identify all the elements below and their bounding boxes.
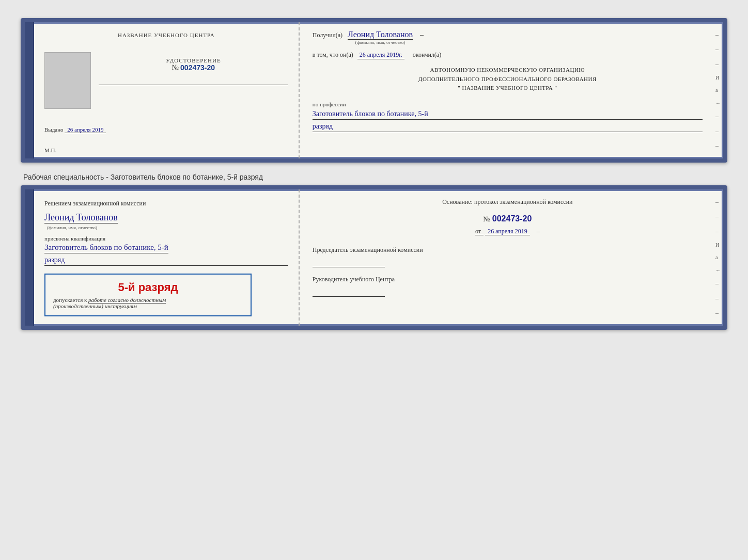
org-line2: ДОПОЛНИТЕЛЬНОГО ПРОФЕССИОНАЛЬНОГО ОБРАЗО… [313, 75, 703, 84]
issued-line: Выдано 26 апреля 2019 [44, 126, 106, 133]
doc-spine-2 [25, 189, 34, 326]
cert-center-title: НАЗВАНИЕ УЧЕБНОГО ЦЕНТРА [118, 31, 215, 39]
received-prefix: Получил(а) [313, 31, 342, 39]
cert-number-section: УДОСТОВЕРЕНИЕ № 002473-20 [99, 57, 288, 87]
razryad-2: разряд [44, 256, 288, 266]
org-line1: АВТОНОМНУЮ НЕКОММЕРЧЕСКУЮ ОРГАНИЗАЦИЮ [313, 66, 703, 75]
commission-name: Леонид Толованов [44, 212, 118, 223]
chairman-label: Председатель экзаменационной комиссии [313, 246, 703, 254]
cert-label: УДОСТОВЕРЕНИЕ [99, 57, 288, 63]
stamp-allowed: допускается к работе согласно должностны… [53, 297, 243, 303]
org-block: АВТОНОМНУЮ НЕКОММЕРЧЕСКУЮ ОРГАНИЗАЦИЮ ДО… [313, 66, 703, 93]
commission-prefix: Решением экзаменационной комиссии [44, 200, 146, 207]
razryad-1: разряд [313, 122, 703, 132]
cert-left-panel: НАЗВАНИЕ УЧЕБНОГО ЦЕНТРА УДОСТОВЕРЕНИЕ №… [34, 22, 300, 158]
profession-name: Заготовитель блоков по ботанике, 5-й [313, 110, 703, 120]
profession-section: по профессии Заготовитель блоков по бота… [313, 99, 703, 132]
okoncil: окончил(а) [413, 51, 441, 59]
vtom-line: в том, что он(а) 26 апреля 2019г. окончи… [313, 51, 703, 59]
date-prefix: от [475, 228, 484, 235]
page-wrapper: НАЗВАНИЕ УЧЕБНОГО ЦЕНТРА УДОСТОВЕРЕНИЕ №… [10, 10, 738, 344]
edge-markers-1: – – – И а ← – – – [713, 22, 723, 158]
recipient-name: Леонид Толованов [348, 30, 413, 40]
director-block: Руководитель учебного Центра [313, 275, 703, 297]
qualification-value: Заготовитель блоков по ботанике, 5-й [44, 243, 168, 253]
profession-label: по профессии [313, 101, 346, 107]
director-label: Руководитель учебного Центра [313, 275, 703, 284]
protocol-number-block: № 002473-20 [313, 214, 703, 223]
org-line3: " НАЗВАНИЕ УЧЕБНОГО ЦЕНТРА " [313, 84, 703, 93]
edge-markers-2: – – – И а ← – – – [713, 189, 723, 326]
cert-right-panel: Получил(а) Леонид Толованов (фамилия, им… [300, 22, 713, 158]
stamp-box: 5-й разряд допускается к работе согласно… [44, 274, 252, 316]
stamp-rank: 5-й разряд [53, 281, 243, 294]
cert-underline [99, 76, 288, 85]
certificate-card: НАЗВАНИЕ УЧЕБНОГО ЦЕНТРА УДОСТОВЕРЕНИЕ №… [21, 18, 727, 163]
exam-right-panel: Основание: протокол экзаменационной коми… [300, 189, 713, 326]
cert-number-value: 002473-20 [180, 63, 215, 72]
recipient-line: Получил(а) Леонид Толованов (фамилия, им… [313, 30, 703, 45]
vtom-prefix: в том, что он(а) [313, 51, 353, 59]
fio-label-1: (фамилия, имя, отчество) [348, 40, 413, 45]
protocol-date-value: 26 апреля 2019 [485, 228, 529, 235]
mp-label: М.П. [44, 147, 56, 153]
protocol-number: 002473-20 [492, 214, 532, 223]
cert-number-prefix: № [172, 63, 179, 72]
assigned-label: присвоена квалификация [44, 235, 105, 242]
protocol-prefix: № [483, 215, 490, 223]
director-sig-line [313, 286, 385, 297]
completion-date: 26 апреля 2019г. [357, 51, 404, 59]
exam-left-panel: Решением экзаменационной комиссии Леонид… [34, 189, 300, 326]
chairman-sig-line [313, 257, 385, 267]
chairman-block: Председатель экзаменационной комиссии [313, 246, 703, 267]
protocol-date-block: от 26 апреля 2019 – [313, 228, 703, 235]
photo-placeholder [44, 52, 91, 109]
stamp-instructions: (производственным) инструкциям [53, 303, 243, 309]
issued-date-value: 26 апреля 2019 [65, 126, 106, 133]
basis-title: Основание: протокол экзаменационной коми… [313, 197, 703, 206]
commission-title: Решением экзаменационной комиссии [44, 199, 146, 208]
doc-spine-1 [25, 22, 34, 158]
specialty-label: Рабочая специальность - Заготовитель бло… [21, 169, 727, 185]
fio-label-2: (фамилия, имя, отчество) [47, 225, 97, 230]
exam-commission-card: Решением экзаменационной комиссии Леонид… [21, 185, 727, 330]
